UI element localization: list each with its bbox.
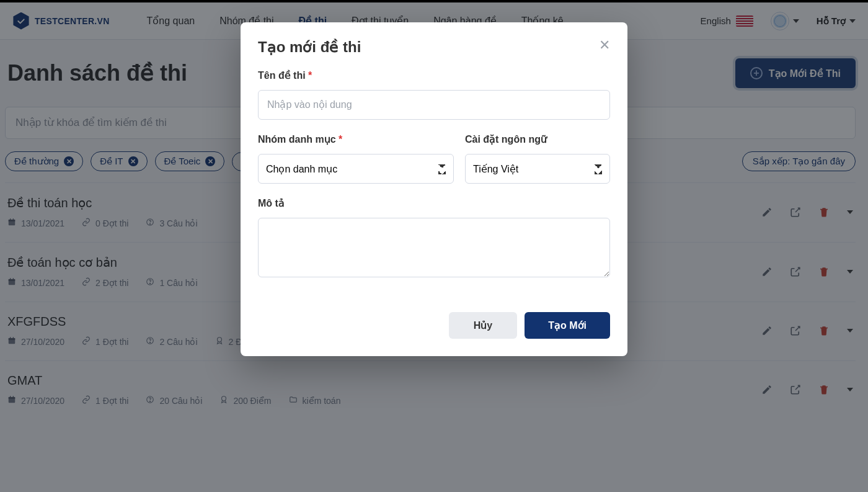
close-icon[interactable]: ✕	[599, 38, 610, 52]
language-field-label: Cài đặt ngôn ngữ	[465, 133, 610, 145]
cancel-button[interactable]: Hủy	[449, 312, 517, 339]
modal-overlay[interactable]: Tạo mới đề thi ✕ Tên đề thi * Nhóm danh …	[0, 2, 868, 492]
description-field-label: Mô tả	[258, 197, 610, 209]
category-select[interactable]: Chọn danh mục	[258, 154, 454, 184]
category-field-label: Nhóm danh mục *	[258, 133, 454, 145]
description-textarea[interactable]	[258, 218, 610, 277]
create-exam-modal: Tạo mới đề thi ✕ Tên đề thi * Nhóm danh …	[241, 22, 627, 356]
name-field-label: Tên đề thi *	[258, 69, 610, 81]
exam-name-input[interactable]	[258, 90, 610, 120]
language-select[interactable]: Tiếng Việt	[465, 154, 610, 184]
submit-button[interactable]: Tạo Mới	[525, 312, 610, 339]
modal-title: Tạo mới đề thi	[258, 38, 361, 56]
